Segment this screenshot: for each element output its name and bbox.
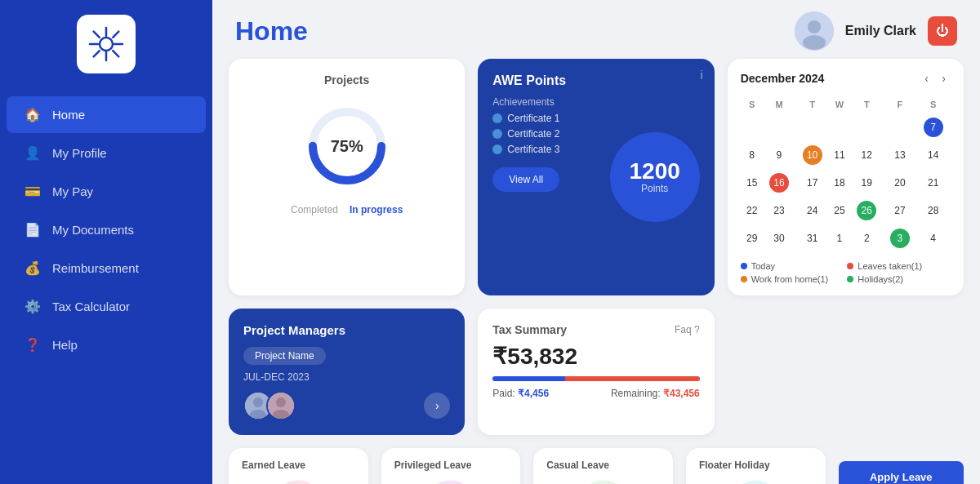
- legend-today-dot: [741, 263, 747, 269]
- calendar-grid: S M T W T F S: [741, 95, 951, 253]
- cal-cell: [742, 114, 762, 140]
- cert1-dot: [492, 113, 502, 123]
- cal-week-1: 7: [742, 114, 949, 140]
- cal-cell: 24: [796, 198, 828, 224]
- awe-title: AWE Points: [492, 73, 699, 88]
- pm-next-button[interactable]: ›: [424, 393, 450, 419]
- casual-leave-title: Casual Leave: [546, 460, 660, 471]
- sidebar-label-home: Home: [52, 108, 85, 122]
- sidebar: 🏠 Home 👤 My Profile 💳 My Pay 📄 My Docume…: [0, 0, 212, 484]
- casual-leave-card: Casual Leave 05 Days: [533, 448, 673, 484]
- projects-percent: 75%: [331, 137, 363, 156]
- avatar: [795, 11, 834, 51]
- awe-points-number: 1200: [630, 160, 680, 183]
- home-icon: 🏠: [24, 107, 41, 122]
- sidebar-item-my-documents[interactable]: 📄 My Documents: [7, 211, 206, 248]
- pay-icon: 💳: [24, 184, 41, 199]
- tax-paid-value: ₹4,456: [518, 388, 549, 399]
- calendar-title: December 2024: [741, 72, 825, 85]
- earned-leave-title: Earned Leave: [242, 460, 355, 471]
- sidebar-item-my-pay[interactable]: 💳 My Pay: [7, 173, 206, 210]
- tax-paid-info: Paid: ₹4,456: [492, 388, 549, 399]
- calendar-legend: Today Leaves taken(1) Work from home(1) …: [741, 261, 951, 284]
- logo-area: [0, 0, 212, 87]
- sidebar-item-reimbursement[interactable]: 💰 Reimbursement: [7, 250, 206, 286]
- cal-cell: [884, 114, 916, 140]
- app-logo: [77, 15, 136, 73]
- sidebar-item-home[interactable]: 🏠 Home: [7, 96, 206, 133]
- cal-cell: 12: [851, 142, 883, 168]
- svg-line-5: [94, 32, 100, 38]
- legend-today: Today: [741, 261, 844, 271]
- dashboard-grid: Projects 75% Completed In progress AWE P…: [212, 59, 980, 448]
- pm-avatars-row: ›: [243, 391, 450, 420]
- apply-leave-button[interactable]: Apply Leave: [839, 461, 964, 484]
- cal-cell: 30: [764, 225, 795, 251]
- header: Home Emily Clark ⏻: [212, 0, 980, 59]
- earned-leave-card: Earned Leave 03 Days: [229, 448, 368, 484]
- cal-cell: [796, 114, 828, 140]
- cal-cell: 11: [830, 142, 849, 168]
- apply-leave-section: Apply Leave Pending Requests: [839, 448, 964, 484]
- sidebar-item-help[interactable]: ❓ Help: [7, 326, 206, 363]
- calendar-next-button[interactable]: ›: [937, 70, 951, 87]
- legend-holidays-dot: [847, 276, 853, 282]
- cal-cell: 17: [796, 170, 828, 196]
- calendar-nav: ‹ ›: [920, 70, 951, 87]
- cal-cell: 31: [796, 225, 828, 251]
- project-managers-card: Project Managers Project Name JUL-DEC 20…: [229, 309, 465, 435]
- svg-line-7: [113, 32, 118, 38]
- projects-legend: Completed In progress: [291, 204, 403, 215]
- cal-cell-3-green: 3: [884, 225, 916, 251]
- floater-holiday-title: Floater Holiday: [699, 460, 813, 471]
- svg-line-6: [113, 51, 118, 56]
- tax-details: Paid: ₹4,456 Remaining: ₹43,456: [492, 388, 699, 399]
- power-button[interactable]: ⏻: [928, 16, 957, 46]
- cal-cell: 23: [764, 198, 795, 224]
- svg-line-8: [94, 51, 100, 56]
- tax-icon: ⚙️: [24, 299, 41, 314]
- sidebar-nav: 🏠 Home 👤 My Profile 💳 My Pay 📄 My Docume…: [0, 95, 212, 365]
- profile-icon: 👤: [24, 145, 41, 161]
- cal-week-3: 15 16 17 18 19 20 21: [742, 170, 949, 196]
- cal-cell: 28: [917, 198, 949, 224]
- cert2-dot: [492, 129, 502, 139]
- legend-completed: Completed: [291, 204, 338, 215]
- cal-cell: 14: [917, 142, 949, 168]
- cert3-dot: [492, 144, 502, 154]
- cal-cell: 22: [742, 198, 762, 224]
- pm-avatar-2: [266, 391, 296, 420]
- pm-tag: Project Name: [243, 347, 326, 365]
- sidebar-item-tax-calculator[interactable]: ⚙️ Tax Calculator: [7, 288, 206, 325]
- awe-card: AWE Points Achievements Certificate 1 Ce…: [478, 59, 714, 295]
- floater-holiday-donut: 04 Days: [727, 477, 784, 484]
- cal-cell: 19: [851, 170, 883, 196]
- awe-points-label: Points: [641, 183, 668, 194]
- cal-cell-16: 16: [764, 170, 795, 196]
- cal-cell: 8: [742, 142, 762, 168]
- legend-holidays-label: Holidays(2): [858, 274, 903, 284]
- info-icon: i: [701, 69, 703, 82]
- projects-donut: 75%: [302, 101, 392, 191]
- calendar-prev-button[interactable]: ‹: [920, 70, 933, 87]
- sidebar-item-my-profile[interactable]: 👤 My Profile: [7, 135, 206, 171]
- legend-holidays: Holidays(2): [847, 274, 951, 284]
- sidebar-label-my-documents: My Documents: [52, 223, 134, 237]
- legend-wfh-dot: [741, 276, 747, 282]
- legend-inprogress: In progress: [350, 204, 403, 215]
- legend-leaves-label: Leaves taken(1): [858, 261, 922, 271]
- svg-point-11: [803, 35, 826, 50]
- calendar-header: December 2024 ‹ ›: [741, 70, 951, 87]
- pm-title: Project Managers: [243, 323, 450, 337]
- tax-remaining-info: Remaining: ₹43,456: [611, 388, 700, 399]
- cal-day-w: W: [830, 96, 849, 113]
- view-all-button[interactable]: View All: [492, 167, 559, 192]
- cal-cell: 25: [830, 198, 849, 224]
- privileged-leave-donut: 02 Days: [422, 477, 479, 484]
- projects-card: Projects 75% Completed In progress: [229, 59, 465, 295]
- floater-holiday-card: Floater Holiday 04 Days: [686, 448, 826, 484]
- cal-cell: [851, 114, 883, 140]
- cal-week-4: 22 23 24 25 26 27 28: [742, 198, 949, 224]
- svg-point-10: [808, 20, 821, 33]
- tax-faq: Faq ?: [675, 324, 700, 335]
